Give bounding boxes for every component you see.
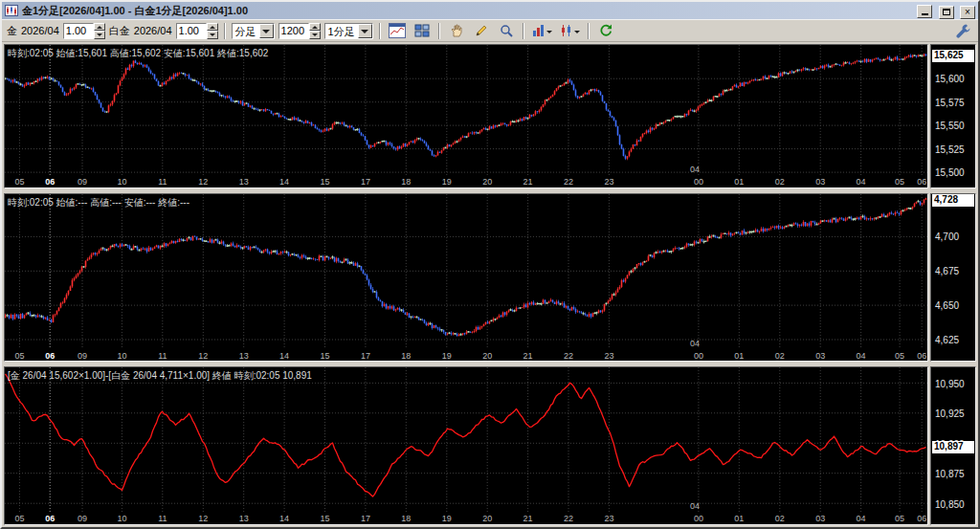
gold-multiplier-spinner	[94, 23, 105, 39]
price-axis-label: 15,525	[935, 144, 965, 155]
svg-text:04: 04	[857, 177, 866, 187]
chart-settings-button[interactable]	[387, 21, 408, 40]
svg-text:09: 09	[78, 351, 87, 361]
svg-text:04: 04	[690, 165, 700, 174]
svg-text:20: 20	[482, 177, 492, 187]
interval-type-dropdown-button[interactable]	[259, 24, 274, 38]
svg-text:04: 04	[690, 501, 700, 511]
svg-text:10: 10	[117, 514, 126, 523]
svg-text:21: 21	[523, 514, 533, 523]
close-button[interactable]: ×	[960, 6, 975, 19]
platinum-plot-area[interactable]: 0506091011121314151718192021222300010203…	[4, 193, 928, 363]
chevron-down-icon	[574, 31, 580, 36]
svg-text:03: 03	[815, 514, 825, 523]
gold-last-price-badge: 15,625	[932, 50, 974, 62]
svg-text:02: 02	[775, 351, 785, 361]
bar-count-down-button[interactable]	[309, 31, 321, 39]
svg-text:06: 06	[917, 177, 926, 187]
svg-text:14: 14	[279, 351, 289, 361]
minimize-icon	[922, 13, 928, 15]
period-dropdown-button[interactable]	[358, 24, 372, 38]
gold-price-axis: 15,625 15,60015,57515,55015,52515,500	[930, 44, 976, 188]
svg-text:11: 11	[158, 514, 167, 523]
titlebar-buttons: ×	[915, 2, 975, 19]
svg-text:12: 12	[198, 351, 208, 361]
price-axis-label: 4,675	[935, 266, 959, 276]
svg-text:03: 03	[815, 177, 825, 187]
svg-text:15: 15	[320, 351, 329, 361]
price-axis-label: 4,625	[935, 335, 959, 345]
gold-plot-area[interactable]: 0506091011121314151718192021222300010203…	[4, 44, 928, 188]
draw-tool-button[interactable]	[471, 21, 492, 40]
settings-wrench-button[interactable]	[952, 21, 973, 40]
interval-type-value: 分足	[233, 24, 259, 38]
svg-text:19: 19	[442, 351, 452, 361]
tile-windows-button[interactable]	[412, 21, 433, 40]
platinum-multiplier-down-button[interactable]	[207, 31, 218, 39]
price-axis-label: 15,550	[935, 121, 965, 131]
titlebar[interactable]: 金1分足[2026/04]1.00 - 白金1分足[2026/04]1.00 ×	[2, 2, 978, 19]
svg-text:23: 23	[604, 177, 613, 187]
svg-text:09: 09	[78, 177, 87, 187]
platinum-label: 白金	[109, 24, 130, 38]
svg-text:12: 12	[198, 514, 208, 523]
zoom-tool-button[interactable]	[496, 21, 517, 40]
svg-text:18: 18	[401, 177, 411, 187]
svg-text:05: 05	[895, 514, 904, 523]
svg-text:05: 05	[14, 514, 24, 523]
svg-text:23: 23	[604, 351, 613, 361]
toolbar-separator	[523, 23, 524, 39]
spread-price-axis: 10,897 10,95010,92510,90010,87510,850	[930, 366, 976, 525]
platinum-multiplier-spinner	[207, 23, 218, 39]
gold-multiplier-input[interactable]	[63, 23, 94, 39]
gold-multiplier-up-button[interactable]	[94, 23, 105, 32]
refresh-icon	[598, 23, 613, 38]
platinum-chart-panel: 0506091011121314151718192021222300010203…	[4, 193, 976, 363]
app-window: 金1分足[2026/04]1.00 - 白金1分足[2026/04]1.00 ×…	[0, 0, 980, 529]
svg-text:02: 02	[775, 177, 785, 187]
svg-text:06: 06	[45, 514, 55, 523]
bar-chart-type-button[interactable]	[530, 21, 554, 40]
toolbar: 金 2026/04 白金 2026/04 分足 1分足	[2, 19, 978, 42]
svg-text:10: 10	[117, 351, 126, 361]
svg-text:17: 17	[361, 177, 370, 187]
platinum-price-axis: 4,728 4,7004,6754,6504,625	[930, 193, 976, 363]
interval-type-combo[interactable]: 分足	[232, 23, 275, 39]
maximize-button[interactable]	[939, 6, 954, 19]
platinum-multiplier-input[interactable]	[176, 23, 207, 39]
candle-chart-type-button[interactable]	[558, 21, 582, 40]
bar-count-input[interactable]	[278, 23, 309, 39]
svg-text:20: 20	[482, 351, 492, 361]
platinum-multiplier-up-button[interactable]	[207, 23, 218, 32]
gold-chart-panel: 0506091011121314151718192021222300010203…	[4, 44, 976, 188]
minimize-button[interactable]	[917, 5, 932, 18]
svg-text:13: 13	[239, 351, 249, 361]
spread-chart-panel: 0506091011121314151718192021222300010203…	[4, 366, 976, 525]
pan-tool-button[interactable]	[446, 21, 467, 40]
gold-multiplier-down-button[interactable]	[94, 31, 105, 39]
refresh-button[interactable]	[595, 21, 616, 40]
gold-ohlc-readout: 時刻:02:05 始値:15,601 高値:15,602 安値:15,601 終…	[8, 47, 268, 60]
svg-text:06: 06	[917, 514, 926, 523]
wrench-icon	[955, 23, 970, 38]
svg-text:17: 17	[361, 351, 370, 361]
spread-plot-area[interactable]: 0506091011121314151718192021222300010203…	[4, 366, 928, 525]
platinum-ohlc-readout: 時刻:02:05 始値:--- 高値:--- 安値:--- 終値:---	[8, 196, 189, 209]
period-combo[interactable]: 1分足	[324, 23, 373, 39]
zoom-icon	[499, 23, 514, 38]
price-axis-label: 15,575	[935, 98, 965, 108]
bar-count-up-button[interactable]	[309, 23, 321, 32]
svg-text:00: 00	[694, 177, 703, 187]
tile-windows-icon	[414, 24, 430, 37]
spread-formula-readout: [金 26/04 15,602×1.00]-[白金 26/04 4,711×1.…	[8, 369, 312, 383]
hand-icon	[449, 23, 464, 38]
svg-text:19: 19	[442, 514, 452, 523]
toolbar-separator	[379, 23, 381, 39]
price-axis-label: 4,650	[935, 300, 959, 311]
pencil-icon	[474, 23, 489, 38]
price-axis-label: 10,875	[935, 469, 965, 479]
platinum-last-price-badge: 4,728	[932, 194, 974, 207]
svg-text:13: 13	[239, 514, 249, 523]
svg-text:06: 06	[45, 351, 55, 361]
candle-chart-icon	[560, 24, 573, 37]
